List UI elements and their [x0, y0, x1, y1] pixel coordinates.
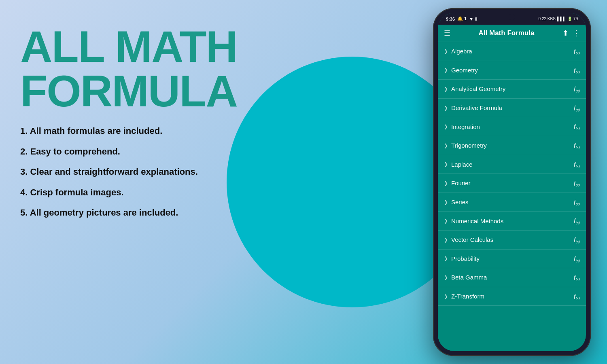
- chevron-icon: ❯: [444, 161, 448, 167]
- menu-item-label: Vector Calculas: [451, 236, 571, 243]
- menu-item-label: Analytical Geometry: [451, 85, 571, 92]
- menu-item-beta-gamma[interactable]: ❯ Beta Gamma f(x): [438, 268, 586, 287]
- chevron-icon: ❯: [444, 49, 448, 54]
- chevron-icon: ❯: [444, 275, 448, 280]
- features-list: 1. All math formulas are included.2. Eas…: [20, 125, 255, 219]
- chevron-icon: ❯: [444, 86, 448, 92]
- menu-item-z-transform[interactable]: ❯ Z-Transform f(x): [438, 287, 586, 306]
- status-data: 0:22 KBS: [539, 17, 556, 21]
- menu-item-label: Z-Transform: [451, 293, 571, 300]
- menu-item-integration[interactable]: ❯ Integration f(x): [438, 117, 586, 136]
- chevron-icon: ❯: [444, 237, 448, 243]
- chevron-icon: ❯: [444, 199, 448, 205]
- phone-screen: 9:36 🔔 1 ▼ 0 0:22 KBS ▌▌▌ 🔋 79 ☰ All Mat…: [438, 13, 586, 351]
- chevron-icon: ❯: [444, 143, 448, 148]
- chevron-icon: ❯: [444, 294, 448, 299]
- menu-item-derivative-formula[interactable]: ❯ Derivative Formula f(x): [438, 99, 586, 118]
- status-battery: 🔋 79: [567, 17, 578, 21]
- function-icon: f(x): [574, 67, 580, 74]
- chevron-icon: ❯: [444, 256, 448, 261]
- menu-item-laplace[interactable]: ❯ Laplace f(x): [438, 155, 586, 174]
- menu-item-label: Probability: [451, 255, 571, 262]
- function-icon: f(x): [574, 85, 580, 93]
- function-icon: f(x): [574, 123, 580, 130]
- menu-item-label: Beta Gamma: [451, 274, 571, 281]
- status-left: 9:36 🔔 1 ▼ 0: [446, 16, 477, 21]
- menu-item-geometry[interactable]: ❯ Geometry f(x): [438, 61, 586, 80]
- menu-item-label: Fourier: [451, 180, 571, 186]
- chevron-icon: ❯: [444, 105, 448, 111]
- app-toolbar: ☰ All Math Formula ⬆ ⋮: [438, 25, 586, 42]
- chevron-icon: ❯: [444, 218, 448, 224]
- camera-notch: [509, 14, 515, 20]
- more-options-icon[interactable]: ⋮: [573, 29, 580, 38]
- function-icon: f(x): [574, 180, 580, 187]
- function-icon: f(x): [574, 217, 580, 224]
- function-icon: f(x): [574, 274, 580, 281]
- menu-item-label: Integration: [451, 123, 571, 130]
- status-notification: 🔔 1: [457, 16, 467, 21]
- app-title: ALL MATH FORMULA: [20, 24, 255, 113]
- function-icon: f(x): [574, 255, 580, 262]
- chevron-icon: ❯: [444, 124, 448, 129]
- status-download: ▼ 0: [469, 17, 477, 21]
- function-icon: f(x): [574, 236, 580, 243]
- menu-item-label: Trigonometry: [451, 142, 571, 149]
- phone-outer: 9:36 🔔 1 ▼ 0 0:22 KBS ▌▌▌ 🔋 79 ☰ All Mat…: [433, 8, 591, 356]
- status-signal-bars: ▌▌▌: [557, 17, 566, 21]
- menu-item-analytical-geometry[interactable]: ❯ Analytical Geometry f(x): [438, 80, 586, 99]
- function-icon: f(x): [574, 142, 580, 149]
- feature-item-5: 5. All geometry pictures are included.: [20, 207, 255, 219]
- function-icon: f(x): [574, 104, 580, 112]
- status-right: 0:22 KBS ▌▌▌ 🔋 79: [539, 17, 578, 21]
- menu-item-series[interactable]: ❯ Series f(x): [438, 193, 586, 212]
- menu-item-label: Laplace: [451, 161, 571, 168]
- feature-item-4: 4. Crisp formula images.: [20, 187, 255, 199]
- menu-item-label: Geometry: [451, 67, 571, 74]
- menu-item-numerical-methods[interactable]: ❯ Numerical Methods f(x): [438, 212, 586, 231]
- menu-item-vector-calculas[interactable]: ❯ Vector Calculas f(x): [438, 231, 586, 250]
- menu-item-trigonometry[interactable]: ❯ Trigonometry f(x): [438, 136, 586, 155]
- function-icon: f(x): [574, 48, 580, 55]
- menu-item-probability[interactable]: ❯ Probability f(x): [438, 250, 586, 269]
- function-icon: f(x): [574, 199, 580, 206]
- share-icon[interactable]: ⬆: [562, 29, 569, 38]
- status-time: 9:36: [446, 17, 455, 21]
- menu-item-label: Numerical Methods: [451, 218, 571, 224]
- menu-item-label: Algebra: [451, 48, 571, 55]
- chevron-icon: ❯: [444, 180, 448, 186]
- menu-item-algebra[interactable]: ❯ Algebra f(x): [438, 42, 586, 61]
- menu-item-fourier[interactable]: ❯ Fourier f(x): [438, 174, 586, 193]
- chevron-icon: ❯: [444, 67, 448, 73]
- menu-item-label: Series: [451, 199, 571, 205]
- function-icon: f(x): [574, 161, 580, 168]
- feature-item-3: 3. Clear and straightforward explanation…: [20, 166, 255, 178]
- menu-item-label: Derivative Formula: [451, 104, 571, 111]
- phone-mockup: 9:36 🔔 1 ▼ 0 0:22 KBS ▌▌▌ 🔋 79 ☰ All Mat…: [433, 8, 591, 356]
- feature-item-2: 2. Easy to comprehend.: [20, 146, 255, 158]
- hamburger-menu-icon[interactable]: ☰: [444, 29, 450, 38]
- feature-item-1: 1. All math formulas are included.: [20, 125, 255, 137]
- menu-list[interactable]: ❯ Algebra f(x) ❯ Geometry f(x) ❯ Analyti…: [438, 42, 586, 351]
- toolbar-title: All Math Formula: [454, 29, 558, 37]
- function-icon: f(x): [574, 293, 580, 300]
